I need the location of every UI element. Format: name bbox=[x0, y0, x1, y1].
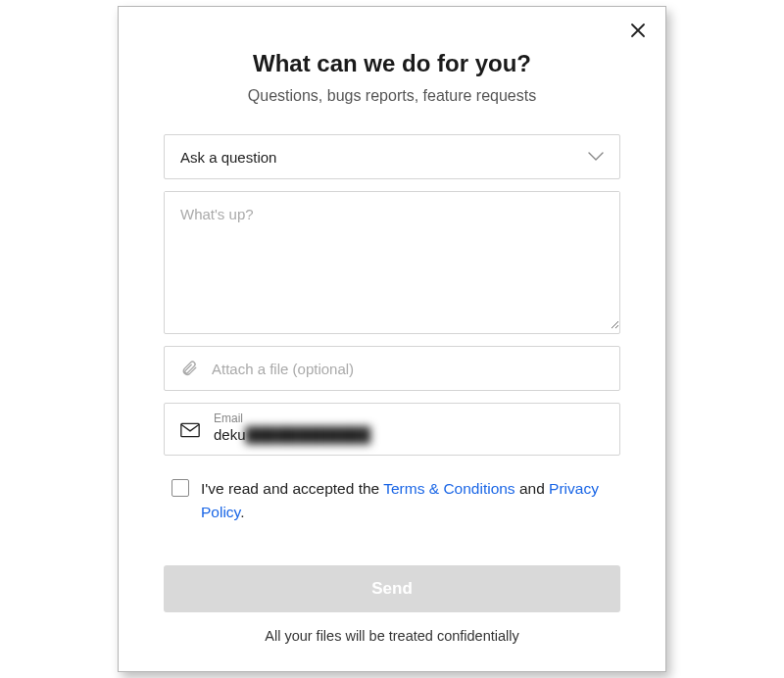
terms-link[interactable]: Terms & Conditions bbox=[383, 480, 514, 497]
email-value: deku████████████ bbox=[214, 425, 604, 445]
modal-title: What can we do for you? bbox=[164, 50, 620, 77]
attach-file-button[interactable]: Attach a file (optional) bbox=[164, 346, 620, 391]
attach-file-label: Attach a file (optional) bbox=[212, 361, 354, 377]
mail-icon bbox=[180, 422, 200, 438]
consent-text: I've read and accepted the Terms & Condi… bbox=[201, 477, 612, 524]
category-select[interactable]: Ask a question bbox=[164, 134, 620, 179]
consent-checkbox[interactable] bbox=[172, 479, 189, 497]
close-icon bbox=[630, 23, 646, 42]
category-select-value: Ask a question bbox=[180, 149, 276, 166]
message-field-wrapper bbox=[164, 191, 620, 334]
contact-modal: What can we do for you? Questions, bugs … bbox=[118, 6, 666, 672]
email-label: Email bbox=[214, 412, 604, 425]
svg-rect-0 bbox=[181, 423, 199, 436]
message-textarea[interactable] bbox=[165, 192, 619, 329]
send-button[interactable]: Send bbox=[164, 565, 620, 612]
modal-subtitle: Questions, bugs reports, feature request… bbox=[164, 87, 620, 105]
consent-row: I've read and accepted the Terms & Condi… bbox=[164, 467, 620, 532]
confidentiality-note: All your files will be treated confident… bbox=[164, 628, 620, 644]
chevron-down-icon bbox=[588, 148, 604, 166]
close-button[interactable] bbox=[626, 21, 650, 44]
email-field[interactable]: Email deku████████████ bbox=[164, 403, 620, 456]
paperclip-icon bbox=[180, 360, 198, 377]
contact-form: Ask a question Attach a file (optional) bbox=[164, 134, 620, 644]
